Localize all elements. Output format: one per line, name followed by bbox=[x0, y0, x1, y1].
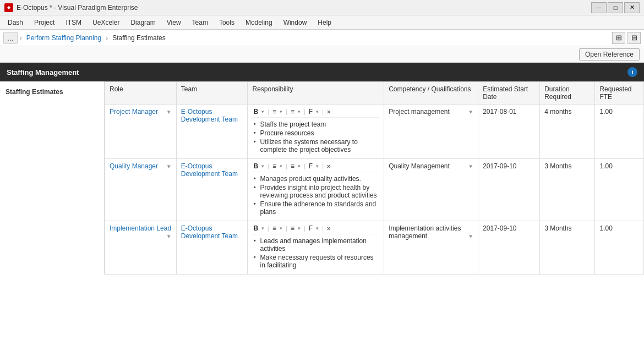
close-button[interactable]: ✕ bbox=[624, 2, 640, 13]
role-dropdown-1[interactable]: ▼ bbox=[166, 163, 172, 169]
responsibility-item-0-2: Utilizes the systems necessary to comple… bbox=[252, 138, 379, 154]
staffing-panel: Staffing Management i Staffing Estimates… bbox=[0, 63, 644, 275]
fte-text-1: 1.00 bbox=[599, 162, 612, 170]
resp-toolbar-0[interactable]: B▾ | ≡▾ | ≡▾ | F▾ | » bbox=[252, 108, 379, 118]
staffing-estimates-label: Staffing Estimates bbox=[6, 88, 63, 96]
menu-bar: DashProjectITSMUeXcelerDiagramViewTeamTo… bbox=[0, 15, 644, 30]
comp-dropdown-0[interactable]: ▼ bbox=[468, 109, 473, 115]
font-btn-0[interactable]: F bbox=[308, 108, 314, 116]
minimize-button[interactable]: ─ bbox=[591, 2, 607, 13]
competency-text-1: Quality Management bbox=[389, 162, 450, 170]
resp-toolbar-2[interactable]: B▾ | ≡▾ | ≡▾ | F▾ | » bbox=[252, 224, 379, 234]
menu-item-modeling[interactable]: Modeling bbox=[240, 17, 278, 28]
resp-toolbar-1[interactable]: B▾ | ≡▾ | ≡▾ | F▾ | » bbox=[252, 162, 379, 172]
responsibility-list-1: Manages product quality activities.Provi… bbox=[252, 174, 379, 216]
duration-text-1: 3 Months bbox=[544, 162, 571, 170]
table-row: Project Manager▼E-Octopus Development Te… bbox=[105, 105, 644, 159]
main-content: Staffing Management i Staffing Estimates… bbox=[0, 63, 644, 362]
start-date-cell-0: 2017-08-01 bbox=[478, 105, 540, 159]
col-header-duration: Duration Required bbox=[540, 82, 595, 105]
list-btn-0[interactable]: ≡ bbox=[290, 108, 296, 116]
menu-item-itsm[interactable]: ITSM bbox=[60, 17, 87, 28]
more-btn-1[interactable]: » bbox=[326, 162, 332, 170]
panel-info-icon[interactable]: i bbox=[627, 67, 637, 77]
title-bar-controls[interactable]: ─ □ ✕ bbox=[591, 2, 640, 13]
team-cell-0: E-Octopus Development Team bbox=[176, 105, 248, 159]
col-header-competency: Competency / Qualifications bbox=[384, 82, 478, 105]
open-reference-bar: Open Reference bbox=[0, 46, 644, 63]
start-date-cell-2: 2017-09-10 bbox=[478, 221, 540, 275]
col-header-team: Team bbox=[176, 82, 248, 105]
breadcrumb-arrow-1: › bbox=[20, 34, 22, 42]
breadcrumb-arrow-2: › bbox=[106, 34, 108, 42]
breadcrumb-item-1[interactable]: Perform Staffing Planning bbox=[24, 33, 104, 43]
title-bar: ◆ E-Octopus * - Visual Paradigm Enterpri… bbox=[0, 0, 644, 15]
role-cell-2: Implementation Lead▼ bbox=[105, 221, 177, 275]
panel-title: Staffing Management bbox=[7, 68, 79, 76]
bold-btn-0[interactable]: B bbox=[252, 108, 259, 116]
menu-item-view[interactable]: View bbox=[161, 17, 187, 28]
team-text-2: E-Octopus Development Team bbox=[181, 224, 238, 240]
bold-btn-1[interactable]: B bbox=[252, 162, 259, 170]
breadcrumb-left: ... › Perform Staffing Planning › Staffi… bbox=[3, 32, 168, 44]
align-btn-1[interactable]: ≡ bbox=[271, 162, 277, 170]
breadcrumb-icon-btn-2[interactable]: ⊟ bbox=[627, 32, 641, 44]
scroll-area[interactable]: Staffing Management i Staffing Estimates… bbox=[0, 63, 644, 362]
list-btn-1[interactable]: ≡ bbox=[290, 162, 296, 170]
font-btn-1[interactable]: F bbox=[308, 162, 314, 170]
breadcrumb-bar: ... › Perform Staffing Planning › Staffi… bbox=[0, 30, 644, 46]
responsibility-item-1-0: Manages product quality activities. bbox=[252, 174, 379, 183]
breadcrumb-icon-btn-1[interactable]: ⊞ bbox=[612, 32, 625, 44]
responsibility-item-0-1: Procure resources bbox=[252, 129, 379, 138]
menu-item-window[interactable]: Window bbox=[278, 17, 313, 28]
menu-item-dash[interactable]: Dash bbox=[2, 17, 29, 28]
team-text-1: E-Octopus Development Team bbox=[181, 162, 238, 178]
responsibility-item-2-1: Make necessary requests of resources in … bbox=[252, 253, 379, 270]
menu-item-diagram[interactable]: Diagram bbox=[125, 17, 161, 28]
menu-item-project[interactable]: Project bbox=[29, 17, 60, 28]
col-header-fte: Requested FTE bbox=[595, 82, 644, 105]
duration-header-text: Duration Required bbox=[544, 85, 571, 101]
font-btn-2[interactable]: F bbox=[308, 224, 314, 232]
team-text-0: E-Octopus Development Team bbox=[181, 108, 238, 123]
list-btn-2[interactable]: ≡ bbox=[290, 224, 296, 232]
role-dropdown-0[interactable]: ▼ bbox=[166, 109, 172, 115]
col-header-role: Role bbox=[105, 82, 177, 105]
role-text-1: Quality Manager bbox=[110, 162, 158, 170]
menu-item-team[interactable]: Team bbox=[187, 17, 214, 28]
menu-item-help[interactable]: Help bbox=[312, 17, 337, 28]
comp-dropdown-1[interactable]: ▼ bbox=[468, 163, 473, 169]
role-cell-1: Quality Manager▼ bbox=[105, 159, 177, 221]
bold-btn-2[interactable]: B bbox=[252, 224, 259, 232]
duration-cell-0: 4 months bbox=[540, 105, 595, 159]
more-btn-0[interactable]: » bbox=[326, 108, 332, 116]
responsibility-cell-2[interactable]: B▾ | ≡▾ | ≡▾ | F▾ | » Leads and manages … bbox=[248, 221, 384, 275]
menu-item-uexceler[interactable]: UeXceler bbox=[87, 17, 125, 28]
fte-text-0: 1.00 bbox=[599, 108, 612, 116]
fte-cell-1: 1.00 bbox=[595, 159, 644, 221]
responsibility-cell-1[interactable]: B▾ | ≡▾ | ≡▾ | F▾ | » Manages product qu… bbox=[248, 159, 384, 221]
comp-dropdown-2[interactable]: ▼ bbox=[468, 233, 473, 239]
start-date-cell-1: 2017-09-10 bbox=[478, 159, 540, 221]
align-btn-0[interactable]: ≡ bbox=[271, 108, 277, 116]
duration-cell-2: 3 Months bbox=[540, 221, 595, 275]
breadcrumb-right: ⊞ ⊟ bbox=[612, 32, 641, 44]
open-reference-button[interactable]: Open Reference bbox=[579, 48, 640, 61]
competency-cell-2: Implementation activities management▼ bbox=[384, 221, 478, 275]
maximize-button[interactable]: □ bbox=[608, 2, 623, 13]
duration-cell-1: 3 Months bbox=[540, 159, 595, 221]
align-btn-2[interactable]: ≡ bbox=[271, 224, 277, 232]
left-label: Staffing Estimates bbox=[0, 81, 105, 275]
menu-item-tools[interactable]: Tools bbox=[214, 17, 240, 28]
duration-text-2: 3 Months bbox=[544, 224, 571, 232]
role-dropdown-2[interactable]: ▼ bbox=[166, 233, 172, 239]
start-date-text-1: 2017-09-10 bbox=[483, 162, 516, 170]
role-text-0: Project Manager bbox=[110, 108, 158, 116]
fte-text-2: 1.00 bbox=[599, 224, 612, 232]
table-row: Implementation Lead▼E-Octopus Developmen… bbox=[105, 221, 644, 275]
staffing-table: Role Team Responsibility Competency / Qu… bbox=[105, 81, 644, 275]
breadcrumb-dots[interactable]: ... bbox=[3, 32, 18, 44]
responsibility-cell-0[interactable]: B▾ | ≡▾ | ≡▾ | F▾ | » Staffs the project… bbox=[248, 105, 384, 159]
more-btn-2[interactable]: » bbox=[326, 224, 332, 232]
breadcrumb-item-2: Staffing Estimates bbox=[110, 33, 168, 43]
